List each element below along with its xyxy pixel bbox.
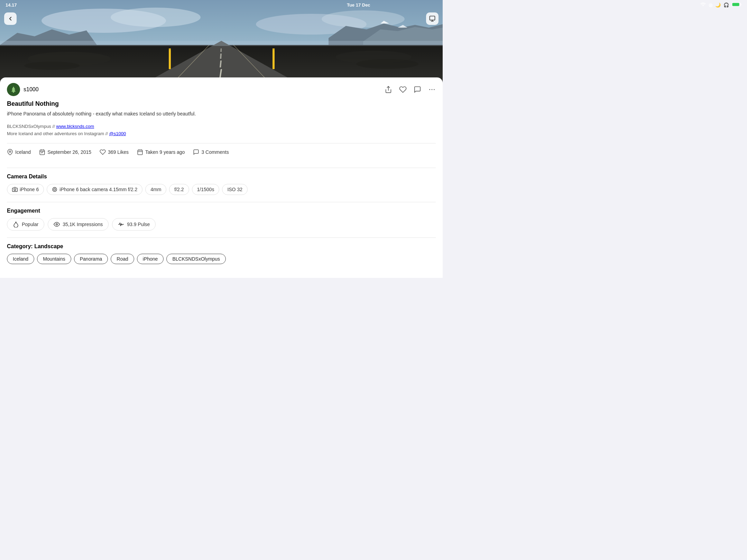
more-button[interactable] xyxy=(428,86,436,93)
link-1: BLCKSNDSxOlympus // www.blcksnds.com xyxy=(7,123,436,130)
svg-point-49 xyxy=(53,187,57,192)
photo-description: iPhone Panorama of absolutely nothing - … xyxy=(7,110,436,118)
engagement-heading: Engagement xyxy=(7,208,436,214)
tag-iphone[interactable]: iPhone xyxy=(137,254,164,264)
engagement-impressions[interactable]: 35,1K Impressions xyxy=(48,218,109,231)
avatar[interactable] xyxy=(7,83,20,96)
divider-1 xyxy=(7,143,436,143)
svg-rect-28 xyxy=(169,50,171,69)
camera-chips: iPhone 6 iPhone 6 back camera 4.15mm f/2… xyxy=(7,184,436,195)
svg-rect-29 xyxy=(169,48,171,51)
camera-chip-aperture[interactable]: f/2.2 xyxy=(169,184,189,195)
svg-rect-30 xyxy=(273,50,275,69)
camera-details-heading: Camera Details xyxy=(7,174,436,180)
photo-title: Beautiful Nothing xyxy=(7,100,436,108)
svg-point-51 xyxy=(56,223,58,225)
photo-links: BLCKSNDSxOlympus // www.blcksnds.com Mor… xyxy=(7,123,436,138)
link-2: More Iceland and other adventures on Ins… xyxy=(7,130,436,138)
svg-point-7 xyxy=(322,10,405,28)
camera-chip-shutter[interactable]: 1/1500s xyxy=(192,184,220,195)
author-row: s1000 xyxy=(7,83,436,96)
svg-point-50 xyxy=(54,188,56,190)
svg-point-36 xyxy=(429,89,430,90)
engagement-row: Popular 35,1K Impressions 93.9 Pulse xyxy=(7,218,436,231)
meta-location[interactable]: Iceland xyxy=(7,149,31,155)
svg-point-16 xyxy=(24,62,80,70)
author-info: s1000 xyxy=(7,83,39,96)
impressions-label: 35,1K Impressions xyxy=(63,222,103,227)
popular-label: Popular xyxy=(22,222,38,227)
camera-chip-device[interactable]: iPhone 6 xyxy=(7,184,44,195)
camera-chip-focal[interactable]: 4mm xyxy=(145,184,166,195)
meta-row: Iceland September 26, 2015 369 Likes xyxy=(7,149,436,161)
tag-blcksnds[interactable]: BLCKSNDSxOlympus xyxy=(166,254,226,264)
chip-aperture-label: f/2.2 xyxy=(174,187,184,192)
slideshow-button[interactable] xyxy=(426,12,439,25)
meta-likes[interactable]: 369 Likes xyxy=(100,149,129,155)
meta-taken: Taken 9 years ago xyxy=(137,149,185,155)
svg-point-5 xyxy=(111,8,201,27)
camera-chip-iso[interactable]: ISO 32 xyxy=(222,184,248,195)
content-area: s1000 xyxy=(0,77,443,278)
svg-point-39 xyxy=(9,151,11,152)
status-bar: 14.17 Tue 17 Dec ◎ 🌙 🎧 xyxy=(0,0,443,10)
chip-device-label: iPhone 6 xyxy=(20,187,39,192)
svg-rect-33 xyxy=(430,16,435,20)
svg-rect-31 xyxy=(273,48,275,51)
engagement-popular[interactable]: Popular xyxy=(7,218,44,231)
tag-mountains[interactable]: Mountains xyxy=(37,254,71,264)
chip-iso-label: ISO 32 xyxy=(227,187,242,192)
like-button[interactable] xyxy=(399,86,407,93)
tag-iceland[interactable]: Iceland xyxy=(7,254,34,264)
category-heading: Category: Landscape xyxy=(7,243,436,250)
svg-point-37 xyxy=(432,89,433,90)
back-button[interactable] xyxy=(4,12,17,25)
share-button[interactable] xyxy=(385,86,392,93)
divider-4 xyxy=(7,237,436,238)
chip-focal-label: 4mm xyxy=(150,187,161,192)
divider-2 xyxy=(7,168,436,168)
svg-point-48 xyxy=(14,189,16,190)
chip-lens-label: iPhone 6 back camera 4.15mm f/2.2 xyxy=(59,187,137,192)
svg-point-17 xyxy=(356,59,418,69)
engagement-pulse[interactable]: 93.9 Pulse xyxy=(112,218,156,231)
pulse-label: 93.9 Pulse xyxy=(127,222,150,227)
tag-road[interactable]: Road xyxy=(111,254,134,264)
action-buttons xyxy=(385,86,436,93)
meta-comments[interactable]: 3 Comments xyxy=(193,149,229,155)
svg-rect-32 xyxy=(0,41,443,46)
tags-row: Iceland Mountains Panorama Road iPhone B… xyxy=(7,254,436,264)
tag-panorama[interactable]: Panorama xyxy=(74,254,108,264)
status-date: Tue 17 Dec xyxy=(347,2,370,8)
meta-date: September 26, 2015 xyxy=(39,149,91,155)
comment-button[interactable] xyxy=(414,86,421,93)
chip-shutter-label: 1/1500s xyxy=(197,187,214,192)
author-name[interactable]: s1000 xyxy=(24,86,39,93)
divider-3 xyxy=(7,202,436,202)
camera-chip-lens[interactable]: iPhone 6 back camera 4.15mm f/2.2 xyxy=(47,184,142,195)
status-time: 14.17 xyxy=(6,2,17,8)
svg-rect-44 xyxy=(138,150,142,155)
hero-image xyxy=(0,0,443,83)
svg-point-38 xyxy=(434,89,435,90)
